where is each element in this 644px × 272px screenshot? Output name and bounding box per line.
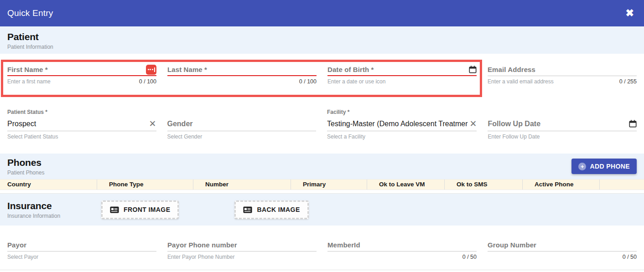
first-name-field[interactable]: First Name * Enter a first name 0 / 100 [7,64,156,85]
column-header-ok-to-sms: Ok to SMS [445,180,523,190]
date-of-birth-helper: Enter a date or use icon [327,78,385,85]
date-of-birth-input[interactable] [327,75,477,76]
phones-section-title: Phones [7,157,44,169]
facility-field[interactable]: Facility * Testing-Master (Demo Adolesce… [327,109,477,140]
quick-entry-dialog: Quick Entry ✖ Patient Patient Informatio… [0,0,644,272]
column-header-actions [600,180,644,190]
id-card-icon [243,206,252,213]
insurance-section-header: Insurance Insurance Information FRONT IM… [0,193,644,226]
front-image-button[interactable]: FRONT IMAGE [101,200,179,219]
phones-table-header: Country Phone Type Number Primary Ok to … [0,179,644,190]
first-name-input[interactable] [7,75,156,76]
clear-icon[interactable]: ✕ [468,118,477,129]
bottom-divider [0,270,644,270]
member-id-label: MemberId [327,241,360,249]
payor-phone-field[interactable]: Payor Phone number Enter Payor Phone Num… [167,239,317,260]
calendar-icon[interactable] [469,66,477,73]
payor-phone-input[interactable] [167,251,317,251]
email-field[interactable]: Email Address Enter a valid email addres… [488,64,637,85]
insurance-fields-row: Payor Select Payor Payor Phone number En… [0,239,644,260]
patient-status-helper: Select Patient Status [7,133,58,140]
patient-status-field[interactable]: Patient Status * Prospect ✕ Select Patie… [7,109,156,140]
first-name-counter: 0 / 100 [139,78,156,85]
date-of-birth-field[interactable]: Date of Birth * Enter a date or use icon [327,64,477,85]
follow-up-date-input[interactable]: Follow Up Date [488,117,637,130]
facility-value: Testing-Master (Demo Adolescent Treatmer [327,120,468,128]
payor-phone-helper: Enter Payor Phone Number [167,254,234,260]
payor-phone-label: Payor Phone number [167,241,237,249]
autofill-icon[interactable] [146,65,156,75]
email-counter: 0 / 255 [619,78,637,85]
dialog-title: Quick Entry [7,8,53,18]
patient-status-value: Prospect [7,120,147,128]
id-card-icon [110,206,119,213]
payor-label: Payor [7,241,26,249]
close-icon[interactable]: ✖ [626,8,634,18]
column-header-active-phone: Active Phone [523,180,600,190]
column-header-phone-type: Phone Type [97,180,193,190]
patient-section-subtitle: Patient Information [7,44,637,50]
insurance-section-subtitle: Insurance Information [7,213,101,219]
clear-icon[interactable]: ✕ [147,118,156,129]
gender-select[interactable]: Gender [167,117,317,130]
last-name-input[interactable] [167,75,317,76]
gender-helper: Select Gender [167,133,203,140]
date-of-birth-label: Date of Birth * [327,66,374,73]
phones-section-subtitle: Patient Phones [7,169,44,176]
follow-up-date-helper: Enter Follow Up Date [488,133,540,140]
member-id-field[interactable]: MemberId 0 / 50 [327,239,477,260]
back-image-button[interactable]: BACK IMAGE [234,200,308,219]
patient-status-label: Patient Status * [7,109,156,117]
patient-section-title: Patient [7,31,637,43]
plus-icon: + [578,163,586,170]
back-image-label: BACK IMAGE [257,206,300,213]
insurance-section-title: Insurance [7,200,101,212]
phones-section-header: Phones Patient Phones + ADD PHONE [0,154,644,179]
first-name-label: First Name * [7,66,48,73]
add-phone-label: ADD PHONE [590,163,630,170]
payor-helper: Select Payor [7,254,38,260]
column-header-country: Country [0,180,97,190]
facility-label: Facility * [327,109,477,117]
follow-up-date-field[interactable]: Follow Up Date Enter Follow Up Date [488,109,637,140]
add-phone-button[interactable]: + ADD PHONE [571,159,637,174]
facility-helper: Select a Facility [327,133,365,140]
column-header-ok-to-leave-vm: Ok to Leave VM [367,180,445,190]
group-number-field[interactable]: Group Number 0 / 50 [488,239,637,260]
patient-secondary-row: Patient Status * Prospect ✕ Select Patie… [0,109,644,140]
email-label: Email Address [488,66,535,73]
column-header-primary: Primary [291,180,367,190]
payor-field[interactable]: Payor Select Payor [7,239,156,260]
last-name-counter: 0 / 100 [299,78,317,85]
payor-select[interactable] [7,251,156,251]
group-number-label: Group Number [488,241,536,249]
calendar-icon[interactable] [629,120,637,128]
patient-required-row: First Name * Enter a first name 0 / 100 … [0,60,644,103]
facility-select[interactable]: Testing-Master (Demo Adolescent Treatmer… [327,117,477,130]
follow-up-date-label: Follow Up Date [488,120,540,128]
last-name-label: Last Name * [167,66,207,73]
gender-label: Gender [167,120,193,128]
member-id-counter: 0 / 50 [462,254,477,260]
patient-section-header: Patient Patient Information [0,26,644,54]
front-image-label: FRONT IMAGE [124,206,170,213]
group-number-input[interactable] [488,251,637,251]
gender-field[interactable]: Gender Select Gender [167,109,317,140]
member-id-input[interactable] [327,251,477,251]
last-name-field[interactable]: Last Name * 0 / 100 [167,64,317,85]
dialog-header: Quick Entry ✖ [0,0,644,26]
group-number-counter: 0 / 50 [623,254,637,260]
patient-status-select[interactable]: Prospect ✕ [7,117,156,130]
column-header-number: Number [193,180,291,190]
first-name-helper: Enter a first name [7,78,51,85]
email-helper: Enter a valid email address [488,78,554,85]
email-input[interactable] [488,75,637,76]
